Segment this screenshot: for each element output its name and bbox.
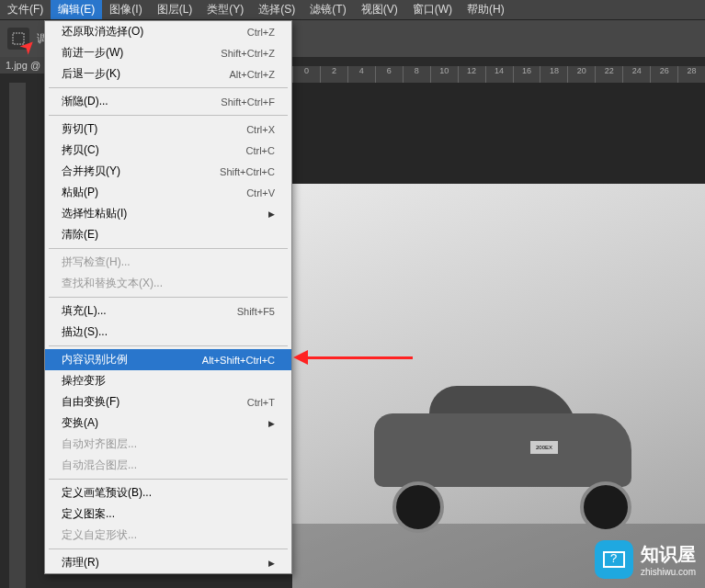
menu-item-label: 还原取消选择(O) [62, 24, 143, 40]
menu-item: 自动对齐图层... [45, 434, 291, 455]
menu-item[interactable]: 定义图案... [45, 503, 291, 525]
menu-item-label: 查找和替换文本(X)... [62, 276, 163, 291]
menu-item[interactable]: 剪切(T)Ctrl+X [45, 119, 291, 140]
menubar-item[interactable]: 选择(S) [251, 0, 302, 19]
document-tab[interactable]: 1.jpg @ [0, 57, 46, 74]
menu-item: 定义自定形状... [45, 525, 291, 546]
car-image: 200EX [337, 386, 668, 533]
menu-shortcut: Ctrl+T [247, 397, 275, 408]
image-background: 200EX [292, 184, 705, 588]
menu-item: 拼写检查(H)... [45, 252, 291, 273]
menu-item[interactable]: 渐隐(D)...Shift+Ctrl+F [45, 91, 291, 112]
menu-item-label: 操控变形 [62, 373, 106, 389]
menu-item-label: 描边(S)... [62, 324, 108, 340]
menu-item[interactable]: 清除(E) [45, 224, 291, 245]
menu-shortcut: Shift+F5 [237, 306, 275, 317]
menubar: 文件(F)编辑(E)图像(I)图层(L)类型(Y)选择(S)滤镜(T)视图(V)… [0, 0, 705, 20]
watermark-title: 知识屋 [641, 542, 696, 567]
submenu-arrow-icon: ▶ [268, 559, 275, 568]
watermark-icon [595, 540, 633, 579]
menu-item-label: 前进一步(W) [62, 45, 123, 61]
menu-item-label: 填充(L)... [62, 303, 107, 319]
menu-item[interactable]: 变换(A)▶ [45, 413, 291, 434]
menu-item-label: 选择性粘贴(I) [62, 206, 127, 221]
menu-item-label: 合并拷贝(Y) [62, 164, 120, 179]
menu-item[interactable]: 后退一步(K)Alt+Ctrl+Z [45, 63, 291, 85]
menu-item-label: 后退一步(K) [62, 66, 120, 82]
menubar-item[interactable]: 图像(I) [102, 0, 149, 19]
menu-item[interactable]: 描边(S)... [45, 322, 291, 343]
edit-menu-dropdown: 还原取消选择(O)Ctrl+Z前进一步(W)Shift+Ctrl+Z后退一步(K… [44, 20, 292, 574]
menu-shortcut: Ctrl+C [246, 145, 275, 156]
menu-item[interactable]: 操控变形 [45, 370, 291, 391]
canvas-area: 200EX [292, 83, 705, 588]
menu-item-label: 粘贴(P) [62, 185, 98, 200]
watermark: 知识屋 zhishiwu.com [595, 540, 696, 579]
menu-item[interactable]: 合并拷贝(Y)Shift+Ctrl+C [45, 161, 291, 182]
menubar-item[interactable]: 图层(L) [150, 0, 200, 19]
menu-item-label: 剪切(T) [62, 121, 97, 137]
menu-shortcut: Ctrl+X [246, 124, 275, 135]
menu-item[interactable]: 定义画笔预设(B)... [45, 482, 291, 503]
menu-item[interactable]: 粘贴(P)Ctrl+V [45, 182, 291, 203]
menu-shortcut: Shift+Ctrl+Z [221, 48, 275, 59]
menu-item-label: 自动混合图层... [62, 458, 137, 473]
horizontal-ruler: 0246810121416182022242628 [292, 66, 705, 83]
watermark-sub: zhishiwu.com [641, 567, 696, 577]
menu-item-label: 变换(A) [62, 415, 98, 431]
menubar-item[interactable]: 视图(V) [354, 0, 405, 19]
menubar-item[interactable]: 窗口(W) [405, 0, 460, 19]
menu-item-label: 定义画笔预设(B)... [62, 485, 152, 501]
menu-item-label: 清理(R) [62, 555, 99, 571]
menu-item-label: 清除(E) [62, 227, 98, 243]
annotation-arrow-highlight [293, 350, 413, 365]
menu-item-label: 自由变换(F) [62, 394, 119, 410]
menu-shortcut: Ctrl+Z [247, 27, 275, 38]
menu-item: 自动混合图层... [45, 455, 291, 476]
menu-item[interactable]: 还原取消选择(O)Ctrl+Z [45, 21, 291, 42]
menu-item[interactable]: 内容识别比例Alt+Shift+Ctrl+C [45, 349, 291, 370]
submenu-arrow-icon: ▶ [268, 209, 275, 219]
menu-item[interactable]: 选择性粘贴(I)▶ [45, 203, 291, 224]
menu-item-label: 内容识别比例 [62, 352, 128, 368]
menu-item[interactable]: 拷贝(C)Ctrl+C [45, 140, 291, 161]
menubar-item[interactable]: 滤镜(T) [302, 0, 353, 19]
menubar-item[interactable]: 帮助(H) [460, 0, 512, 19]
menubar-item[interactable]: 类型(Y) [199, 0, 251, 19]
menu-item-label: 拷贝(C) [62, 142, 99, 158]
menu-item-label: 定义图案... [62, 506, 115, 522]
menu-item-label: 自动对齐图层... [62, 436, 137, 452]
menu-item[interactable]: 前进一步(W)Shift+Ctrl+Z [45, 42, 291, 63]
menu-shortcut: Shift+Ctrl+F [221, 96, 275, 107]
menu-item[interactable]: 填充(L)...Shift+F5 [45, 300, 291, 322]
menu-item[interactable]: 清理(R)▶ [45, 552, 291, 573]
menu-shortcut: Alt+Shift+Ctrl+C [202, 355, 275, 366]
vertical-ruler [9, 83, 26, 588]
menu-item-label: 定义自定形状... [62, 527, 137, 543]
menubar-item[interactable]: 编辑(E) [51, 0, 102, 19]
menu-item: 查找和替换文本(X)... [45, 273, 291, 294]
menu-shortcut: Alt+Ctrl+Z [229, 69, 275, 80]
menubar-item[interactable]: 文件(F) [0, 0, 51, 19]
menu-item-label: 渐隐(D)... [62, 94, 108, 109]
menu-shortcut: Shift+Ctrl+C [220, 166, 275, 177]
menu-item[interactable]: 自由变换(F)Ctrl+T [45, 391, 291, 413]
submenu-arrow-icon: ▶ [268, 419, 275, 428]
menu-item-label: 拼写检查(H)... [62, 254, 131, 270]
menu-shortcut: Ctrl+V [246, 187, 275, 198]
